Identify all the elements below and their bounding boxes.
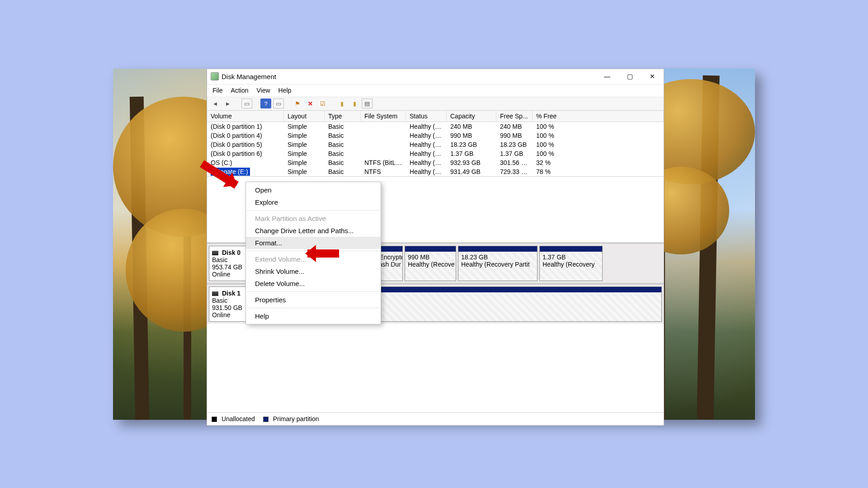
app-icon bbox=[211, 72, 219, 80]
table-cell: Simple bbox=[284, 122, 325, 131]
col-status[interactable]: Status bbox=[406, 111, 447, 122]
minimize-button[interactable]: — bbox=[596, 69, 618, 84]
legend-unallocated: Unallocated bbox=[222, 415, 255, 422]
table-cell: Basic bbox=[325, 122, 361, 131]
folder2-icon[interactable]: ▮ bbox=[349, 99, 360, 108]
menu-separator bbox=[247, 210, 380, 211]
legend: Unallocated Primary partition bbox=[207, 412, 664, 425]
table-cell: Basic bbox=[325, 131, 361, 140]
table-cell: Basic bbox=[325, 149, 361, 158]
legend-primary: Primary partition bbox=[273, 415, 319, 422]
menu-bar: File Action View Help bbox=[207, 84, 664, 97]
table-cell: 1.37 GB bbox=[496, 149, 533, 158]
table-cell[interactable]: (Disk 0 partition 1) bbox=[207, 122, 284, 131]
menu-item-explore[interactable]: Explore bbox=[246, 196, 381, 208]
settings-icon[interactable]: ⚑ bbox=[292, 99, 303, 108]
table-cell: 78 % bbox=[533, 167, 664, 176]
table-cell: Simple bbox=[284, 131, 325, 140]
show-hide-icon[interactable]: ▭ bbox=[241, 99, 252, 108]
menu-item-open[interactable]: Open bbox=[246, 184, 381, 196]
table-cell[interactable]: (Disk 0 partition 5) bbox=[207, 140, 284, 149]
maximize-button[interactable]: ▢ bbox=[618, 69, 641, 84]
table-cell: 100 % bbox=[533, 122, 664, 131]
table-cell: Healthy (E... bbox=[406, 122, 447, 131]
menu-item-delete-volume[interactable]: Delete Volume... bbox=[246, 277, 381, 290]
disk0-partition[interactable]: 990 MBHealthy (Recove bbox=[405, 246, 456, 281]
disk0-partition[interactable]: 1.37 GBHealthy (Recovery bbox=[539, 246, 603, 281]
refresh-icon[interactable]: ▭ bbox=[273, 99, 284, 108]
table-cell: Healthy (B... bbox=[406, 158, 447, 167]
volume-table: Volume Layout Type File System Status Ca… bbox=[207, 111, 664, 177]
table-cell bbox=[361, 140, 406, 149]
menu-item-properties[interactable]: Properties bbox=[246, 294, 381, 306]
table-cell: 100 % bbox=[533, 149, 664, 158]
menu-help[interactable]: Help bbox=[278, 87, 292, 94]
menu-separator bbox=[247, 291, 380, 292]
list-icon[interactable]: ▤ bbox=[362, 99, 373, 108]
primary-swatch bbox=[263, 417, 269, 422]
table-cell: Simple bbox=[284, 149, 325, 158]
table-cell: 18.23 GB bbox=[447, 140, 496, 149]
table-cell: 18.23 GB bbox=[496, 140, 533, 149]
disk-icon bbox=[212, 251, 218, 255]
menu-item-mark-partition-as-active: Mark Partition as Active bbox=[246, 212, 381, 225]
annotation-arrow-2 bbox=[307, 249, 339, 258]
help-icon[interactable]: ? bbox=[260, 99, 271, 108]
table-cell bbox=[361, 149, 406, 158]
back-button[interactable]: ◄ bbox=[210, 99, 221, 108]
menu-view[interactable]: View bbox=[256, 87, 270, 94]
table-cell: Basic bbox=[325, 167, 361, 176]
table-cell: 931.49 GB bbox=[447, 167, 496, 176]
table-cell: 990 MB bbox=[447, 131, 496, 140]
check-icon[interactable]: ☑ bbox=[317, 99, 328, 108]
table-cell: Healthy (R... bbox=[406, 140, 447, 149]
unallocated-swatch bbox=[212, 417, 217, 422]
table-cell: Simple bbox=[284, 167, 325, 176]
delete-icon[interactable]: ✕ bbox=[305, 99, 316, 108]
table-cell: Healthy (R... bbox=[406, 149, 447, 158]
disk-icon bbox=[212, 291, 218, 296]
table-cell: 932.93 GB bbox=[447, 158, 496, 167]
table-cell: Healthy (R... bbox=[406, 131, 447, 140]
table-cell: NTFS bbox=[361, 167, 406, 176]
col-layout[interactable]: Layout bbox=[284, 111, 325, 122]
table-cell: Healthy (B... bbox=[406, 167, 447, 176]
table-cell: Basic bbox=[325, 140, 361, 149]
col-fs[interactable]: File System bbox=[361, 111, 406, 122]
table-cell: 100 % bbox=[533, 131, 664, 140]
menu-item-change-drive-letter-and-paths[interactable]: Change Drive Letter and Paths... bbox=[246, 225, 381, 237]
menu-action[interactable]: Action bbox=[231, 87, 249, 94]
col-free[interactable]: Free Sp... bbox=[496, 111, 533, 122]
menu-item-help[interactable]: Help bbox=[246, 310, 381, 322]
table-cell: 32 % bbox=[533, 158, 664, 167]
disk0-partition[interactable]: 18.23 GBHealthy (Recovery Partit bbox=[458, 246, 538, 281]
folder1-icon[interactable]: ▮ bbox=[336, 99, 347, 108]
table-cell: 990 MB bbox=[496, 131, 533, 140]
menu-file[interactable]: File bbox=[212, 87, 223, 94]
col-volume[interactable]: Volume bbox=[207, 111, 284, 122]
table-cell: 301.56 GB bbox=[496, 158, 533, 167]
col-pct[interactable]: % Free bbox=[533, 111, 664, 122]
table-cell[interactable]: OS (C:) bbox=[207, 158, 284, 167]
title-bar[interactable]: Disk Management — ▢ ✕ bbox=[207, 69, 664, 84]
table-cell: Basic bbox=[325, 158, 361, 167]
table-cell[interactable]: (Disk 0 partition 6) bbox=[207, 149, 284, 158]
table-cell: 1.37 GB bbox=[447, 149, 496, 158]
menu-item-shrink-volume[interactable]: Shrink Volume... bbox=[246, 265, 381, 277]
disk1-name: Disk 1 bbox=[222, 290, 241, 297]
table-cell: 240 MB bbox=[496, 122, 533, 131]
menu-separator bbox=[247, 308, 380, 308]
close-button[interactable]: ✕ bbox=[641, 69, 664, 84]
table-cell bbox=[361, 131, 406, 140]
table-cell bbox=[361, 122, 406, 131]
col-capacity[interactable]: Capacity bbox=[447, 111, 496, 122]
forward-button[interactable]: ► bbox=[222, 99, 233, 108]
disk0-name: Disk 0 bbox=[222, 249, 241, 256]
toolbar: ◄ ► ▭ ? ▭ ⚑ ✕ ☑ ▮ ▮ ▤ bbox=[207, 97, 664, 111]
table-cell[interactable]: (Disk 0 partition 4) bbox=[207, 131, 284, 140]
table-cell: 100 % bbox=[533, 140, 664, 149]
window-title: Disk Management bbox=[222, 73, 276, 80]
table-cell: NTFS (BitLo... bbox=[361, 158, 406, 167]
table-cell: 729.33 GB bbox=[496, 167, 533, 176]
col-type[interactable]: Type bbox=[325, 111, 361, 122]
